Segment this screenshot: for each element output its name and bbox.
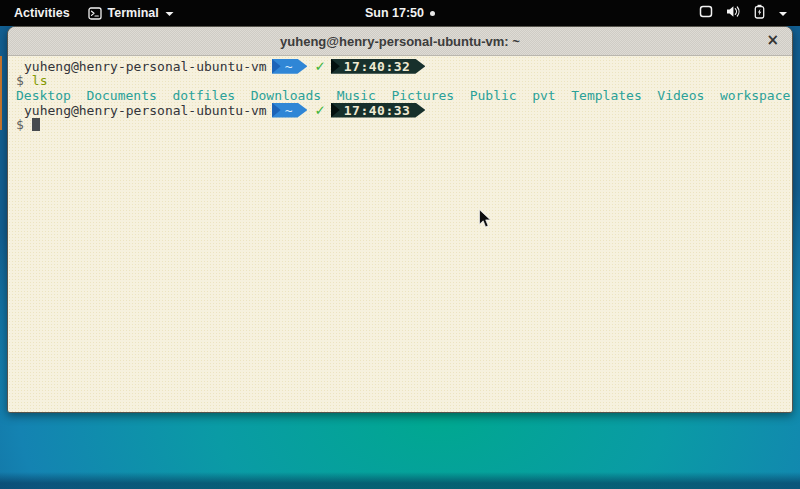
prompt-dollar: $ bbox=[16, 73, 24, 88]
powerline-chevron-icon bbox=[331, 59, 340, 74]
close-icon[interactable]: × bbox=[766, 33, 779, 48]
prompt-cwd-segment: ~ bbox=[272, 103, 308, 118]
terminal-window: yuheng@henry-personal-ubuntu-vm: ~ × yuh… bbox=[7, 26, 793, 413]
directory-name: dotfiles bbox=[172, 88, 235, 103]
chevron-down-icon bbox=[165, 6, 174, 20]
prompt-user-host: yuheng@henry-personal-ubuntu-vm bbox=[16, 59, 267, 74]
directory-name: Templates bbox=[571, 88, 641, 103]
directory-name: Downloads bbox=[251, 88, 321, 103]
mouse-pointer-icon bbox=[478, 209, 492, 233]
terminal-app-icon bbox=[88, 7, 102, 20]
input-line[interactable]: $ bbox=[16, 117, 792, 132]
prompt-time-segment: 17:40:32 bbox=[331, 59, 426, 74]
prompt-time-segment: 17:40:33 bbox=[331, 103, 426, 118]
directory-name: Documents bbox=[86, 88, 156, 103]
notification-dot-icon bbox=[430, 11, 435, 16]
prompt-cwd: ~ bbox=[285, 103, 295, 118]
ls-output-line: Desktop Documents dotfiles Downloads Mus… bbox=[16, 88, 792, 103]
prompt-line: yuheng@henry-personal-ubuntu-vm~✓17:40:3… bbox=[16, 103, 792, 118]
powerline-chevron-icon bbox=[272, 59, 281, 74]
directory-name: Pictures bbox=[391, 88, 454, 103]
prompt-user-host: yuheng@henry-personal-ubuntu-vm bbox=[16, 103, 267, 118]
directory-name: pvt bbox=[532, 88, 555, 103]
prompt-dollar: $ bbox=[16, 117, 24, 132]
display-icon bbox=[699, 5, 713, 21]
directory-name: Music bbox=[337, 88, 376, 103]
prompt-cwd: ~ bbox=[285, 59, 295, 74]
wallpaper-accent bbox=[0, 56, 2, 130]
prompt-time: 17:40:33 bbox=[344, 103, 413, 118]
status-ok-check-icon: ✓ bbox=[314, 58, 325, 74]
terminal-screen[interactable]: yuheng@henry-personal-ubuntu-vm~✓17:40:3… bbox=[8, 56, 792, 412]
window-titlebar[interactable]: yuheng@henry-personal-ubuntu-vm: ~ × bbox=[8, 27, 792, 56]
prompt-cwd-segment: ~ bbox=[272, 59, 308, 74]
powerline-chevron-icon bbox=[331, 103, 340, 118]
system-status-area[interactable] bbox=[699, 4, 800, 22]
directory-name: Videos bbox=[657, 88, 704, 103]
directory-name: Public bbox=[470, 88, 517, 103]
command-line: $ls bbox=[16, 74, 792, 89]
gnome-top-bar: Activities Terminal Sun 17:50 bbox=[0, 0, 800, 26]
battery-charging-icon bbox=[754, 4, 765, 22]
directory-name: workspace bbox=[720, 88, 790, 103]
prompt-line: yuheng@henry-personal-ubuntu-vm~✓17:40:3… bbox=[16, 59, 792, 74]
activities-button[interactable]: Activities bbox=[14, 6, 70, 20]
window-title: yuheng@henry-personal-ubuntu-vm: ~ bbox=[280, 34, 520, 49]
terminal-cursor bbox=[32, 118, 40, 131]
clock[interactable]: Sun 17:50 bbox=[365, 6, 424, 20]
typed-command: ls bbox=[24, 73, 48, 88]
volume-icon bbox=[726, 5, 741, 21]
directory-name: Desktop bbox=[16, 88, 71, 103]
chevron-down-icon bbox=[778, 6, 788, 20]
app-menu-terminal[interactable]: Terminal bbox=[88, 6, 174, 20]
prompt-time: 17:40:32 bbox=[344, 59, 413, 74]
status-ok-check-icon: ✓ bbox=[314, 102, 325, 118]
app-menu-label: Terminal bbox=[108, 6, 159, 20]
powerline-chevron-icon bbox=[272, 103, 281, 118]
